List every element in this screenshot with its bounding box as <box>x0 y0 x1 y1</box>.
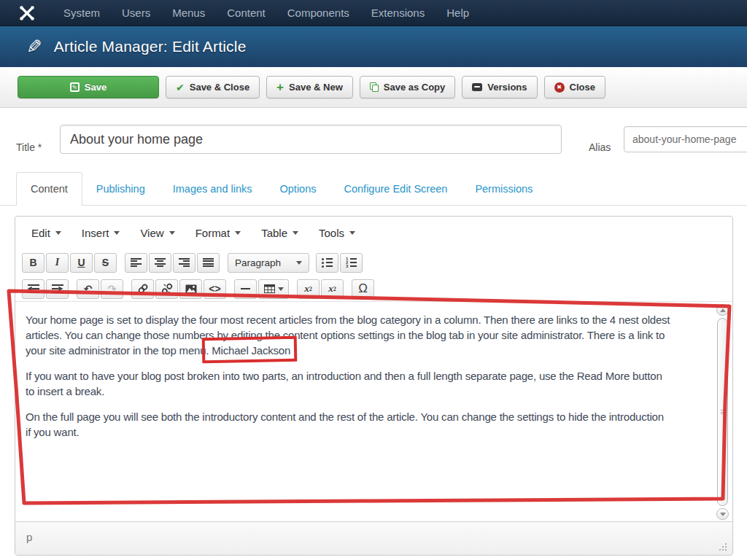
chevron-down-icon <box>55 231 61 235</box>
menu-components[interactable]: Components <box>276 1 360 25</box>
edit-pencil-icon: ✎ <box>26 36 42 58</box>
copy-icon <box>370 82 379 92</box>
alias-input[interactable]: about-your-home-page <box>624 126 747 152</box>
check-icon: ✔ <box>176 82 185 93</box>
versions-button[interactable]: Versions <box>462 76 537 98</box>
numbered-list-button[interactable]: 123 <box>340 253 363 273</box>
title-field-label: Title * <box>16 141 42 153</box>
editor-toolbar-row2: ◀ ▶ ↶ ↷ <box>15 276 732 301</box>
editor-scrollbar[interactable] <box>716 304 729 520</box>
element-path[interactable]: p <box>26 531 32 543</box>
editor-menu-edit[interactable]: Edit <box>21 220 71 246</box>
format-select-value: Paragraph <box>235 257 281 268</box>
menu-content[interactable]: Content <box>216 1 276 25</box>
numbered-list-icon: 123 <box>346 258 357 268</box>
italic-button[interactable]: I <box>46 253 69 273</box>
bullet-list-button[interactable] <box>316 253 338 273</box>
table-icon <box>264 284 275 293</box>
horizontal-rule-button[interactable] <box>234 279 257 299</box>
menu-users[interactable]: Users <box>111 1 161 25</box>
scroll-up-button[interactable] <box>716 304 729 316</box>
menu-edit-label: Edit <box>31 227 50 239</box>
save-close-label: Save & Close <box>190 82 249 93</box>
remove-link-button[interactable] <box>155 279 178 299</box>
close-label: Close <box>570 82 595 93</box>
align-right-icon <box>179 258 190 268</box>
editor-menu-insert[interactable]: Insert <box>71 220 131 246</box>
outdent-button[interactable]: ◀ <box>22 279 44 299</box>
chevron-down-icon <box>293 231 298 235</box>
align-justify-button[interactable] <box>197 253 220 273</box>
unlink-icon <box>161 283 173 295</box>
annotated-author-name: Michael Jackson <box>212 343 290 358</box>
strikethrough-button[interactable]: S <box>94 253 117 273</box>
archive-icon <box>472 83 482 91</box>
source-code-button[interactable]: <> <box>204 279 226 299</box>
bullet-list-icon <box>322 258 333 268</box>
align-left-button[interactable] <box>125 253 147 273</box>
tab-permissions[interactable]: Permissions <box>461 173 546 205</box>
resize-grip-icon[interactable] <box>719 542 727 551</box>
subscript-n: 2 <box>309 286 312 292</box>
action-toolbar: ✎ Save ✔ Save & Close + Save & New Save … <box>0 67 747 108</box>
tab-configure-edit-screen[interactable]: Configure Edit Screen <box>330 173 462 205</box>
image-icon <box>185 284 197 294</box>
insert-table-button[interactable] <box>258 279 289 299</box>
chevron-down-icon <box>114 231 120 235</box>
superscript-n: 2 <box>333 286 336 292</box>
editor-status-bar: p <box>15 521 732 555</box>
tab-images-links[interactable]: Images and links <box>159 173 266 205</box>
page-title: Article Manager: Edit Article <box>54 38 247 55</box>
redo-button[interactable]: ↷ <box>101 279 123 299</box>
align-center-icon <box>155 258 166 268</box>
align-justify-icon <box>203 258 214 268</box>
menu-insert-label: Insert <box>82 227 109 239</box>
insert-link-button[interactable] <box>131 279 154 299</box>
scrollbar-thumb[interactable] <box>717 318 728 506</box>
tab-publishing[interactable]: Publishing <box>82 173 159 205</box>
save-button-label: Save <box>85 82 107 93</box>
outdent-icon: ◀ <box>28 284 39 293</box>
editor-menu-table[interactable]: Table <box>251 220 309 246</box>
indent-icon: ▶ <box>52 284 63 293</box>
special-character-button[interactable]: Ω <box>352 279 374 299</box>
arrow-down-icon <box>720 513 726 516</box>
menu-system[interactable]: System <box>53 1 111 25</box>
editor-content-area[interactable]: Your home page is set to display the fou… <box>15 301 732 521</box>
save-new-label: Save & New <box>289 82 343 93</box>
article-text-line: articles. You can change those numbers b… <box>26 327 703 343</box>
save-new-button[interactable]: + Save & New <box>266 76 353 98</box>
insert-image-button[interactable] <box>179 279 202 299</box>
edit-article-form: Title * About your home page Alias about… <box>0 108 747 560</box>
paragraph-format-select[interactable]: Paragraph <box>228 253 309 273</box>
menu-help[interactable]: Help <box>436 1 480 25</box>
superscript-button[interactable]: x2 <box>321 279 344 299</box>
subscript-button[interactable]: x2 <box>297 279 320 299</box>
align-left-icon <box>131 258 142 268</box>
menu-menus[interactable]: Menus <box>161 1 216 25</box>
article-text-line: if you want. <box>26 424 703 440</box>
indent-button[interactable]: ▶ <box>46 279 69 299</box>
chevron-down-icon <box>169 231 175 235</box>
close-button[interactable]: ✖ Close <box>544 76 605 98</box>
editor-menu-tools[interactable]: Tools <box>309 220 365 246</box>
bold-button[interactable]: B <box>22 253 44 273</box>
tab-options[interactable]: Options <box>266 173 330 205</box>
save-close-button[interactable]: ✔ Save & Close <box>166 76 260 98</box>
menu-extensions[interactable]: Extensions <box>360 1 436 25</box>
horizontal-rule-icon <box>241 288 250 289</box>
save-button[interactable]: ✎ Save <box>18 76 159 98</box>
menu-format-label: Format <box>196 227 231 239</box>
title-input[interactable]: About your home page <box>60 125 562 154</box>
save-copy-button[interactable]: Save as Copy <box>360 76 456 98</box>
scroll-down-button[interactable] <box>716 508 729 520</box>
align-center-button[interactable] <box>149 253 171 273</box>
undo-button[interactable]: ↶ <box>77 279 99 299</box>
align-right-button[interactable] <box>173 253 196 273</box>
article-text-line: Your home page is set to display the fou… <box>26 312 703 327</box>
editor-menu-format[interactable]: Format <box>185 220 252 246</box>
menu-tools-label: Tools <box>319 227 344 239</box>
editor-menu-view[interactable]: View <box>130 220 185 246</box>
underline-button[interactable]: U <box>70 253 93 273</box>
tab-content[interactable]: Content <box>16 172 82 206</box>
